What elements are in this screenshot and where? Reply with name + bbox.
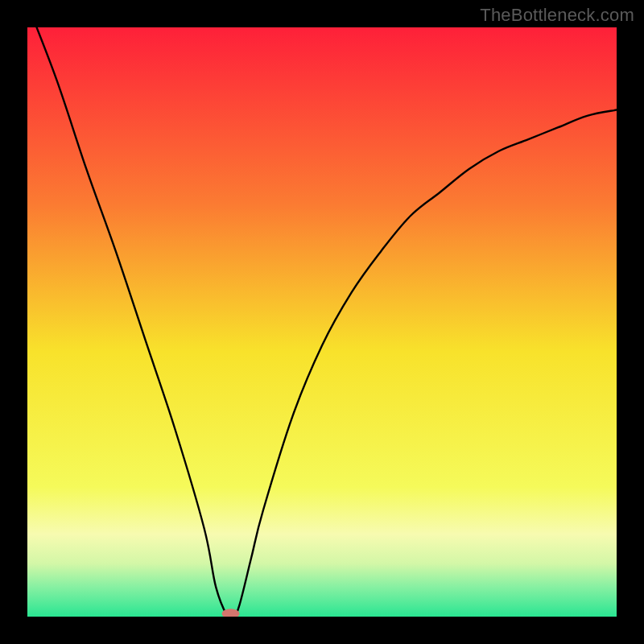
plot-svg	[27, 27, 617, 617]
plot-area	[27, 27, 617, 617]
gradient-background	[27, 27, 617, 617]
chart-frame: TheBottleneck.com	[0, 0, 644, 644]
watermark-text: TheBottleneck.com	[480, 5, 634, 26]
